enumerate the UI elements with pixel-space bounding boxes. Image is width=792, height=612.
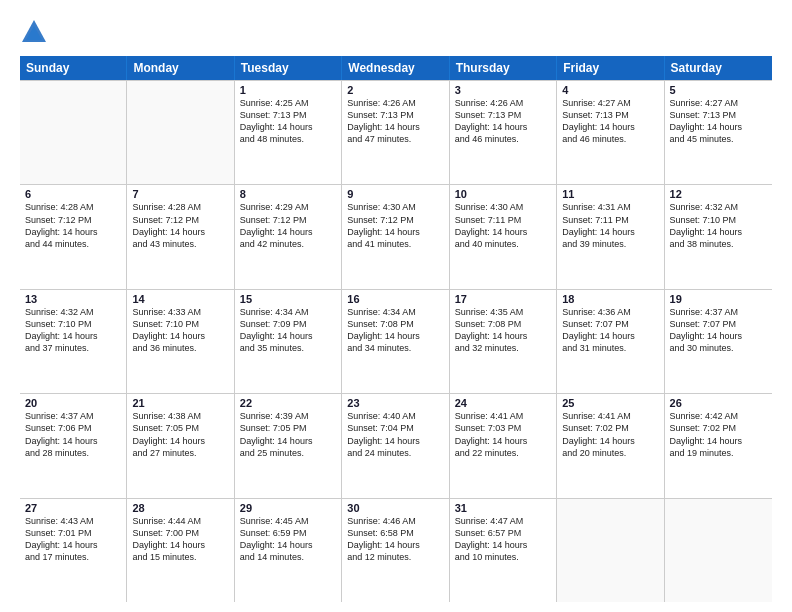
day-number: 26 [670, 397, 767, 409]
day-number: 9 [347, 188, 443, 200]
logo [20, 18, 52, 46]
day-number: 2 [347, 84, 443, 96]
day-info: Sunrise: 4:43 AMSunset: 7:01 PMDaylight:… [25, 515, 121, 564]
day-number: 27 [25, 502, 121, 514]
logo-icon [20, 18, 48, 46]
day-info: Sunrise: 4:42 AMSunset: 7:02 PMDaylight:… [670, 410, 767, 459]
day-info: Sunrise: 4:47 AMSunset: 6:57 PMDaylight:… [455, 515, 551, 564]
day-number: 12 [670, 188, 767, 200]
day-info: Sunrise: 4:41 AMSunset: 7:03 PMDaylight:… [455, 410, 551, 459]
calendar-cell: 30Sunrise: 4:46 AMSunset: 6:58 PMDayligh… [342, 499, 449, 602]
calendar-cell: 13Sunrise: 4:32 AMSunset: 7:10 PMDayligh… [20, 290, 127, 393]
calendar-cell: 3Sunrise: 4:26 AMSunset: 7:13 PMDaylight… [450, 81, 557, 184]
day-info: Sunrise: 4:27 AMSunset: 7:13 PMDaylight:… [562, 97, 658, 146]
day-info: Sunrise: 4:26 AMSunset: 7:13 PMDaylight:… [347, 97, 443, 146]
calendar-cell [557, 499, 664, 602]
day-info: Sunrise: 4:28 AMSunset: 7:12 PMDaylight:… [132, 201, 228, 250]
day-info: Sunrise: 4:38 AMSunset: 7:05 PMDaylight:… [132, 410, 228, 459]
day-number: 24 [455, 397, 551, 409]
calendar-cell: 12Sunrise: 4:32 AMSunset: 7:10 PMDayligh… [665, 185, 772, 288]
day-info: Sunrise: 4:28 AMSunset: 7:12 PMDaylight:… [25, 201, 121, 250]
calendar-cell: 24Sunrise: 4:41 AMSunset: 7:03 PMDayligh… [450, 394, 557, 497]
day-info: Sunrise: 4:45 AMSunset: 6:59 PMDaylight:… [240, 515, 336, 564]
calendar-cell: 4Sunrise: 4:27 AMSunset: 7:13 PMDaylight… [557, 81, 664, 184]
day-info: Sunrise: 4:39 AMSunset: 7:05 PMDaylight:… [240, 410, 336, 459]
day-number: 11 [562, 188, 658, 200]
calendar-cell: 10Sunrise: 4:30 AMSunset: 7:11 PMDayligh… [450, 185, 557, 288]
calendar: SundayMondayTuesdayWednesdayThursdayFrid… [20, 56, 772, 602]
calendar-cell: 23Sunrise: 4:40 AMSunset: 7:04 PMDayligh… [342, 394, 449, 497]
day-number: 19 [670, 293, 767, 305]
day-info: Sunrise: 4:27 AMSunset: 7:13 PMDaylight:… [670, 97, 767, 146]
calendar-cell: 25Sunrise: 4:41 AMSunset: 7:02 PMDayligh… [557, 394, 664, 497]
day-number: 21 [132, 397, 228, 409]
calendar-cell: 14Sunrise: 4:33 AMSunset: 7:10 PMDayligh… [127, 290, 234, 393]
calendar-cell: 16Sunrise: 4:34 AMSunset: 7:08 PMDayligh… [342, 290, 449, 393]
calendar-cell: 2Sunrise: 4:26 AMSunset: 7:13 PMDaylight… [342, 81, 449, 184]
calendar-cell: 22Sunrise: 4:39 AMSunset: 7:05 PMDayligh… [235, 394, 342, 497]
calendar-cell: 27Sunrise: 4:43 AMSunset: 7:01 PMDayligh… [20, 499, 127, 602]
weekday-header: Monday [127, 56, 234, 80]
day-number: 30 [347, 502, 443, 514]
calendar-cell: 31Sunrise: 4:47 AMSunset: 6:57 PMDayligh… [450, 499, 557, 602]
day-info: Sunrise: 4:25 AMSunset: 7:13 PMDaylight:… [240, 97, 336, 146]
day-number: 20 [25, 397, 121, 409]
day-info: Sunrise: 4:34 AMSunset: 7:09 PMDaylight:… [240, 306, 336, 355]
day-info: Sunrise: 4:29 AMSunset: 7:12 PMDaylight:… [240, 201, 336, 250]
calendar-cell: 21Sunrise: 4:38 AMSunset: 7:05 PMDayligh… [127, 394, 234, 497]
day-number: 6 [25, 188, 121, 200]
day-info: Sunrise: 4:33 AMSunset: 7:10 PMDaylight:… [132, 306, 228, 355]
day-number: 17 [455, 293, 551, 305]
weekday-header: Saturday [665, 56, 772, 80]
day-info: Sunrise: 4:34 AMSunset: 7:08 PMDaylight:… [347, 306, 443, 355]
calendar-cell: 8Sunrise: 4:29 AMSunset: 7:12 PMDaylight… [235, 185, 342, 288]
day-number: 23 [347, 397, 443, 409]
calendar-cell: 11Sunrise: 4:31 AMSunset: 7:11 PMDayligh… [557, 185, 664, 288]
day-info: Sunrise: 4:41 AMSunset: 7:02 PMDaylight:… [562, 410, 658, 459]
day-number: 10 [455, 188, 551, 200]
calendar-header: SundayMondayTuesdayWednesdayThursdayFrid… [20, 56, 772, 80]
day-number: 22 [240, 397, 336, 409]
day-number: 29 [240, 502, 336, 514]
calendar-row: 13Sunrise: 4:32 AMSunset: 7:10 PMDayligh… [20, 290, 772, 394]
day-info: Sunrise: 4:35 AMSunset: 7:08 PMDaylight:… [455, 306, 551, 355]
day-number: 14 [132, 293, 228, 305]
calendar-row: 6Sunrise: 4:28 AMSunset: 7:12 PMDaylight… [20, 185, 772, 289]
weekday-header: Wednesday [342, 56, 449, 80]
day-number: 8 [240, 188, 336, 200]
calendar-cell: 5Sunrise: 4:27 AMSunset: 7:13 PMDaylight… [665, 81, 772, 184]
calendar-row: 20Sunrise: 4:37 AMSunset: 7:06 PMDayligh… [20, 394, 772, 498]
day-number: 18 [562, 293, 658, 305]
calendar-cell: 29Sunrise: 4:45 AMSunset: 6:59 PMDayligh… [235, 499, 342, 602]
day-number: 3 [455, 84, 551, 96]
day-number: 31 [455, 502, 551, 514]
day-number: 16 [347, 293, 443, 305]
day-number: 15 [240, 293, 336, 305]
day-info: Sunrise: 4:30 AMSunset: 7:12 PMDaylight:… [347, 201, 443, 250]
day-number: 13 [25, 293, 121, 305]
day-number: 28 [132, 502, 228, 514]
calendar-body: 1Sunrise: 4:25 AMSunset: 7:13 PMDaylight… [20, 80, 772, 602]
day-number: 4 [562, 84, 658, 96]
calendar-cell [127, 81, 234, 184]
day-info: Sunrise: 4:26 AMSunset: 7:13 PMDaylight:… [455, 97, 551, 146]
calendar-cell: 6Sunrise: 4:28 AMSunset: 7:12 PMDaylight… [20, 185, 127, 288]
calendar-cell: 7Sunrise: 4:28 AMSunset: 7:12 PMDaylight… [127, 185, 234, 288]
day-info: Sunrise: 4:32 AMSunset: 7:10 PMDaylight:… [25, 306, 121, 355]
calendar-cell: 28Sunrise: 4:44 AMSunset: 7:00 PMDayligh… [127, 499, 234, 602]
calendar-cell: 15Sunrise: 4:34 AMSunset: 7:09 PMDayligh… [235, 290, 342, 393]
weekday-header: Friday [557, 56, 664, 80]
day-info: Sunrise: 4:37 AMSunset: 7:06 PMDaylight:… [25, 410, 121, 459]
page-header [20, 18, 772, 46]
calendar-cell: 9Sunrise: 4:30 AMSunset: 7:12 PMDaylight… [342, 185, 449, 288]
day-info: Sunrise: 4:46 AMSunset: 6:58 PMDaylight:… [347, 515, 443, 564]
day-info: Sunrise: 4:40 AMSunset: 7:04 PMDaylight:… [347, 410, 443, 459]
calendar-cell [665, 499, 772, 602]
calendar-cell: 26Sunrise: 4:42 AMSunset: 7:02 PMDayligh… [665, 394, 772, 497]
calendar-cell [20, 81, 127, 184]
day-info: Sunrise: 4:31 AMSunset: 7:11 PMDaylight:… [562, 201, 658, 250]
day-number: 7 [132, 188, 228, 200]
weekday-header: Thursday [450, 56, 557, 80]
weekday-header: Tuesday [235, 56, 342, 80]
calendar-cell: 19Sunrise: 4:37 AMSunset: 7:07 PMDayligh… [665, 290, 772, 393]
